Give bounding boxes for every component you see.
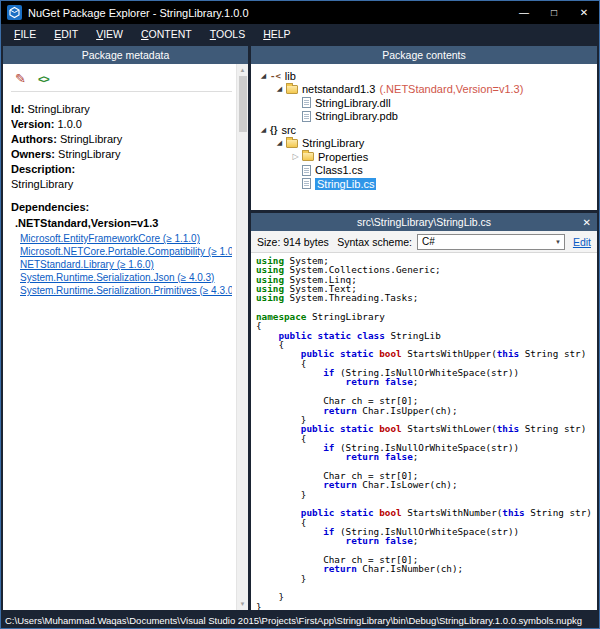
window-controls: — □ ✕ <box>509 1 599 24</box>
metadata-scrollbar[interactable]: ▲ ▼ <box>236 64 248 610</box>
tree-item-stringlib-cs[interactable]: StringLib.cs <box>257 177 597 191</box>
file-icon <box>302 97 311 108</box>
scroll-down-icon[interactable]: ▼ <box>240 600 246 608</box>
package-contents-panel: Package contents ◢-<lib◢netstandard1.3(.… <box>251 46 597 210</box>
field-label: Owners: <box>11 148 55 160</box>
menu-item-edit[interactable]: EDIT <box>45 28 87 40</box>
tree-item-label: Properties <box>318 151 368 163</box>
field-value: StringLibrary <box>55 148 120 160</box>
menu-item-file[interactable]: FILE <box>5 28 45 40</box>
tree-item-stringlibrary-dll[interactable]: StringLibrary.dll <box>257 96 597 110</box>
framework-suffix: (.NETStandard,Version=v1.3) <box>379 83 523 95</box>
metadata-body: ✎ <> Id: StringLibraryVersion: 1.0.0Auth… <box>3 64 248 610</box>
status-bar: C:\Users\Muhammad.Waqas\Documents\Visual… <box>1 612 599 628</box>
code-line: return false; <box>256 377 597 386</box>
code-line: } <box>256 602 597 610</box>
folder-icon <box>286 139 298 148</box>
dependencies-label: Dependencies: <box>11 201 89 213</box>
file-viewer-header: src\StringLibrary\StringLib.cs ✕ <box>251 213 597 231</box>
scrollbar-thumb[interactable] <box>239 76 247 132</box>
menu-item-content[interactable]: CONTENT <box>132 28 201 40</box>
chevron-down-icon: ▼ <box>555 239 561 245</box>
dependency-link-netstandard-library[interactable]: NETStandard.Library (≥ 1.6.0) <box>20 258 232 271</box>
code-line <box>256 583 597 592</box>
code-line: } <box>256 490 597 499</box>
window-title: NuGet Package Explorer - StringLibrary.1… <box>28 7 509 19</box>
dependency-link-microsoft-entityframeworkcore[interactable]: Microsoft.EntityFrameworkCore (≥ 1.1.0) <box>20 232 232 245</box>
viewer-close-icon[interactable]: ✕ <box>583 213 591 231</box>
code-line: } <box>256 592 597 601</box>
field-value: StringLibrary <box>24 103 89 115</box>
tree-item-class1-cs[interactable]: Class1.cs <box>257 164 597 178</box>
tree-item-label: StringLib.cs <box>315 178 376 190</box>
field-label: Version: <box>11 118 54 130</box>
syntax-scheme-label: Syntax scheme: <box>337 236 412 248</box>
tree-item-lib[interactable]: ◢-<lib <box>257 69 597 83</box>
code-line: public static bool StartsWithLower(this … <box>256 424 597 433</box>
code-line: } <box>256 574 597 583</box>
tree-item-properties[interactable]: ▷Properties <box>257 150 597 164</box>
tree-item-stringlibrary[interactable]: ◢StringLibrary <box>257 137 597 151</box>
tree-item-label: StringLibrary.dll <box>315 97 391 109</box>
menu-item-tools[interactable]: TOOLS <box>201 28 254 40</box>
contents-panel-header: Package contents <box>251 46 597 64</box>
tree-item-label: src <box>281 124 296 136</box>
code-line: public static class StringLib <box>256 331 597 340</box>
metadata-field-version: Version: 1.0.0 <box>11 118 232 130</box>
app-icon <box>7 5 22 20</box>
dependency-link-microsoft-netcore-portable-compatibility[interactable]: Microsoft.NETCore.Portable.Compatibility… <box>20 245 232 258</box>
file-viewer-panel: src\StringLibrary\StringLib.cs ✕ Size: 9… <box>251 213 597 610</box>
field-label: Authors: <box>11 133 57 145</box>
file-icon <box>302 111 311 122</box>
braces-icon: {} <box>270 124 277 135</box>
expander-expanded-icon[interactable]: ◢ <box>257 72 270 80</box>
tree-item-label: Class1.cs <box>315 164 363 176</box>
edit-metadata-source-icon[interactable]: <> <box>38 73 49 85</box>
code-line: public static bool StartsWithUpper(this … <box>256 349 597 358</box>
tree-item-label: StringLibrary.pdb <box>315 110 398 122</box>
menu-item-view[interactable]: VIEW <box>87 28 132 40</box>
lib-icon: -< <box>270 71 281 81</box>
minimize-button[interactable]: — <box>509 1 539 24</box>
field-label: Id: <box>11 103 24 115</box>
code-line: return Char.IsUpper(ch); <box>256 406 597 415</box>
maximize-button[interactable]: □ <box>539 1 569 24</box>
code-line: namespace StringLibrary <box>256 312 597 321</box>
folder-icon <box>286 85 298 94</box>
expander-expanded-icon[interactable]: ◢ <box>273 139 286 147</box>
scroll-up-icon[interactable]: ▲ <box>240 66 246 74</box>
tree-item-stringlibrary-pdb[interactable]: StringLibrary.pdb <box>257 110 597 124</box>
code-view: using System;using System.Collections.Ge… <box>251 253 597 610</box>
app-window: NuGet Package Explorer - StringLibrary.1… <box>0 0 600 629</box>
dependency-list: Microsoft.EntityFrameworkCore (≥ 1.1.0)M… <box>11 232 232 297</box>
metadata-field-authors: Authors: StringLibrary <box>11 133 232 145</box>
dependency-link-system-runtime-serialization-json[interactable]: System.Runtime.Serialization.Json (≥ 4.0… <box>20 271 232 284</box>
edit-file-link[interactable]: Edit <box>573 236 591 248</box>
syntax-scheme-select[interactable]: C# ▼ <box>417 234 565 250</box>
code-line: return false; <box>256 452 597 461</box>
title-bar: NuGet Package Explorer - StringLibrary.1… <box>1 1 599 24</box>
field-value: StringLibrary <box>57 133 122 145</box>
code-line: using System.Threading.Tasks; <box>256 293 597 302</box>
folder-icon <box>302 152 314 161</box>
tree-item-label: lib <box>285 70 296 82</box>
main-area: Package metadata ✎ <> Id: StringLibraryV… <box>1 44 599 612</box>
expander-expanded-icon[interactable]: ◢ <box>273 85 286 93</box>
tree-item-src[interactable]: ◢{}src <box>257 123 597 137</box>
dependency-link-system-runtime-serialization-primitives[interactable]: System.Runtime.Serialization.Primitives … <box>20 284 232 297</box>
code-line: public static bool StartsWithNumber(this… <box>256 508 597 517</box>
menu-item-help[interactable]: HELP <box>254 28 299 40</box>
file-size-label: Size: 914 bytes <box>257 236 337 248</box>
edit-metadata-icon[interactable]: ✎ <box>15 71 26 86</box>
expander-expanded-icon[interactable]: ◢ <box>257 126 270 134</box>
close-button[interactable]: ✕ <box>569 1 599 24</box>
metadata-panel-header: Package metadata <box>3 46 248 64</box>
tree-item-label: netstandard1.3 <box>302 83 375 95</box>
metadata-field-owners: Owners: StringLibrary <box>11 148 232 160</box>
package-metadata-panel: Package metadata ✎ <> Id: StringLibraryV… <box>3 46 248 610</box>
tree-item-netstandard1-3[interactable]: ◢netstandard1.3(.NETStandard,Version=v1.… <box>257 83 597 97</box>
file-icon <box>302 165 311 176</box>
expander-collapsed-icon[interactable]: ▷ <box>289 152 302 161</box>
description-label: Description: <box>11 163 75 175</box>
description-value: StringLibrary <box>11 178 232 190</box>
